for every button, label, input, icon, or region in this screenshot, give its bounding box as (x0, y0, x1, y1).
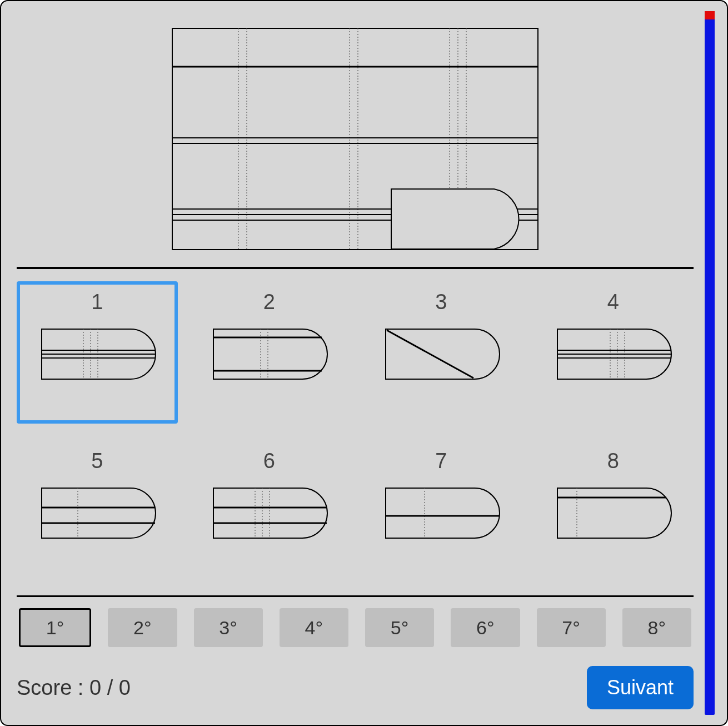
prompt-figure (172, 28, 538, 250)
timer-elapsed (705, 11, 715, 19)
answer-number: 7 (435, 449, 447, 473)
puzzle-frame: 1 2 (0, 0, 728, 726)
answer-option-4[interactable]: 4 (533, 281, 694, 424)
answer-figure-5 (36, 480, 158, 546)
answer-number: 4 (607, 290, 619, 314)
answer-figure-2 (208, 321, 330, 387)
answer-number: 6 (263, 449, 275, 473)
answer-option-5[interactable]: 5 (17, 440, 178, 583)
separator-1 (17, 267, 694, 269)
separator-2 (17, 595, 694, 597)
main-column: 1 2 (17, 17, 694, 709)
prompt-area (17, 17, 694, 261)
answer-figure-7 (380, 480, 502, 546)
answer-figure-4 (552, 321, 674, 387)
answer-figure-6 (208, 480, 330, 546)
answer-option-8[interactable]: 8 (533, 440, 694, 583)
answer-number: 1 (91, 290, 103, 314)
answer-number: 3 (435, 290, 447, 314)
timer-bar (705, 11, 715, 715)
answer-number: 2 (263, 290, 275, 314)
order-slot-8[interactable]: 8° (622, 608, 691, 647)
answer-number: 8 (607, 449, 619, 473)
answer-option-3[interactable]: 3 (361, 281, 522, 424)
answers-grid: 1 2 (17, 281, 694, 582)
answer-option-1[interactable]: 1 (17, 281, 178, 424)
order-slot-5[interactable]: 5° (365, 608, 434, 647)
answer-option-2[interactable]: 2 (189, 281, 350, 424)
next-button[interactable]: Suivant (587, 666, 694, 709)
answer-figure-8 (552, 480, 674, 546)
answer-number: 5 (91, 449, 103, 473)
order-slot-3[interactable]: 3° (194, 608, 263, 647)
order-slot-2[interactable]: 2° (108, 608, 177, 647)
answer-option-6[interactable]: 6 (189, 440, 350, 583)
svg-line-24 (387, 330, 473, 378)
order-slots-row: 1° 2° 3° 4° 5° 6° 7° 8° (19, 608, 691, 647)
order-slot-4[interactable]: 4° (280, 608, 348, 647)
order-slot-7[interactable]: 7° (537, 608, 606, 647)
answer-option-7[interactable]: 7 (361, 440, 522, 583)
answer-figure-1 (36, 321, 158, 387)
score-label: Score : 0 / 0 (17, 676, 131, 700)
answer-figure-3 (380, 321, 502, 387)
order-slot-1[interactable]: 1° (19, 608, 91, 647)
order-slot-6[interactable]: 6° (451, 608, 520, 647)
footer-row: Score : 0 / 0 Suivant (17, 666, 694, 709)
